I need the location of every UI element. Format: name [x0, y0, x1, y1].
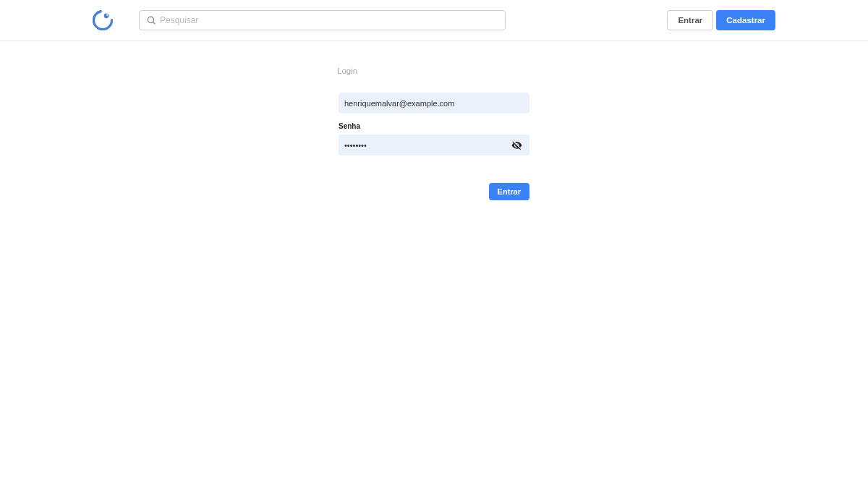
svg-point-2 — [106, 14, 108, 16]
header-actions: Entrar Cadastrar — [667, 10, 775, 30]
password-label: Senha — [339, 122, 529, 130]
svg-line-4 — [153, 22, 156, 25]
login-card: Login Senha Entrar — [326, 59, 542, 218]
search-icon — [146, 15, 156, 25]
svg-point-1 — [104, 13, 109, 18]
visibility-off-icon[interactable] — [511, 140, 522, 150]
logo — [93, 10, 113, 30]
header: Entrar Cadastrar — [0, 0, 868, 41]
password-field[interactable] — [339, 134, 529, 155]
search-container — [139, 10, 506, 30]
email-field-wrapper — [339, 93, 529, 114]
login-title: Login — [337, 67, 529, 75]
svg-point-0 — [93, 11, 111, 29]
signup-button[interactable]: Cadastrar — [716, 10, 775, 30]
svg-point-3 — [148, 17, 153, 22]
email-field[interactable] — [339, 93, 529, 114]
submit-button[interactable]: Entrar — [489, 183, 529, 200]
password-field-wrapper — [339, 134, 529, 155]
login-button[interactable]: Entrar — [667, 10, 713, 30]
submit-row: Entrar — [339, 183, 529, 200]
search-input[interactable] — [139, 10, 506, 30]
